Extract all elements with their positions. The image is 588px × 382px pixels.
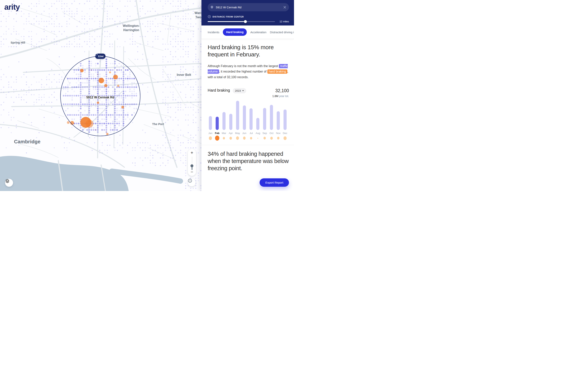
dot-area [215,135,219,141]
bar-area [270,101,273,130]
zoom-slider[interactable] [192,157,192,169]
arity-logo: arity [4,3,20,11]
month-label-mar: Mar [222,132,226,135]
dot-area [230,135,232,141]
export-report-button[interactable]: Export Report [260,178,289,187]
dot-area [209,135,212,141]
hard-braking-dot-jun [243,137,246,140]
chart-column-aug[interactable]: Aug [255,101,261,141]
bar-area [250,101,252,130]
monthly-chart: JanFebMarAprMayJunJulAugSepOctNovDec [208,101,289,141]
month-label-jan: Jan [209,132,212,135]
distance-value: 12 miles [280,20,289,23]
location-pin-icon [210,6,213,9]
traffic-volume-bar-nov [277,111,280,130]
hard-braking-highlight: hard braking [267,69,287,74]
section-divider [201,145,294,145]
insight-body: Although February is not the month with … [208,64,289,80]
chart-column-mar[interactable]: Mar [221,101,227,141]
insight-headline: Hard braking is 15% more frequent in Feb… [208,44,289,58]
traffic-volume-bar-dec [284,109,287,130]
tab-incidents[interactable]: Incidents [208,31,219,34]
chart-column-sep[interactable]: Sep [262,101,267,141]
hard-braking-dot-dec [284,136,287,140]
map-layers-button[interactable] [5,179,13,187]
traffic-volume-bar-may [236,101,239,130]
map-info-button[interactable] [188,179,196,186]
month-label-jul: Jul [250,132,253,135]
info-icon [188,179,192,183]
map-label-ward-two: Ward Two [194,11,202,19]
traffic-volume-bar-feb [216,117,219,130]
chart-column-nov[interactable]: Nov [275,101,281,141]
year-dropdown[interactable]: 2023 [233,88,246,93]
chart-column-may[interactable]: May [235,101,240,141]
traffic-volume-bar-apr [229,114,232,130]
map-center-address-label: 5912 W Cermak Rd [86,96,114,99]
zoom-in-button[interactable]: + [190,150,193,155]
chart-column-oct[interactable]: Oct [269,101,274,141]
zoom-slider-thumb[interactable] [190,164,193,167]
tab-distracted-driving[interactable]: Distracted driving instances [270,31,294,34]
chart-column-dec[interactable]: Dec [282,101,288,141]
secondary-insight-headline: 34% of hard braking happened when the te… [208,150,289,172]
year-total: 1.8M year tot. [272,95,289,98]
chart-column-jan[interactable]: Jan [208,101,213,141]
month-total-value: 32,100 [272,88,289,93]
chart-numbers: 32,100 1.8M year tot. [272,88,289,98]
chart-column-apr[interactable]: Apr [228,101,233,141]
search-input[interactable] [215,5,283,9]
layers-icon [5,179,10,183]
distance-slider[interactable] [208,21,275,22]
clear-search-icon[interactable] [283,6,286,9]
hard-braking-dot-aug [257,138,258,139]
dot-area [243,135,246,141]
dot-area [277,135,279,141]
hard-braking-dot-jul [250,137,252,139]
map-label-wellington-harrington: Wellington- Harrington [123,24,140,32]
hard-braking-dot-nov [277,137,279,139]
tab-hard-braking[interactable]: Hard braking [223,28,247,36]
year-dropdown-value: 2023 [235,89,241,92]
distance-slider-row: 12 miles [208,20,289,23]
map-label-the-port: The Port [152,122,164,126]
hard-braking-dot-jan [209,136,212,140]
address-search-box[interactable] [208,3,289,11]
map-graphics [0,0,202,191]
traffic-volume-bar-aug [256,118,259,130]
body-part-1: Although February is not the month with … [208,64,279,68]
distance-slider-thumb[interactable] [244,20,247,23]
map-canvas[interactable]: arity Spring HillWellington- HarringtonW… [0,0,202,191]
radius-badge[interactable]: 12mi [95,54,105,59]
bar-area [243,101,246,130]
chevron-down-icon [242,90,244,91]
traffic-volume-bar-oct [270,105,273,130]
panel-content: Hard braking is 15% more frequent in Feb… [201,39,294,191]
hard-braking-dot-mar [223,137,225,139]
month-label-aug: Aug [256,132,260,135]
distance-label: DISTANCE FROM CENTER [212,16,244,18]
dot-area [223,135,225,141]
chart-column-jul[interactable]: Jul [248,101,254,141]
chart-title: Hard braking [208,88,230,93]
month-label-dec: Dec [283,132,287,135]
distance-row: DISTANCE FROM CENTER [208,15,289,18]
chart-column-feb[interactable]: Feb [214,101,220,141]
map-label-spring-hill: Spring Hill [11,41,25,44]
bar-area [277,101,280,130]
distance-slider-fill [208,21,245,22]
map-label-inner-belt: Inner Belt [177,73,191,77]
zoom-out-button[interactable]: − [190,170,193,175]
chart-column-jun[interactable]: Jun [242,101,247,141]
dot-area [270,135,273,141]
traffic-volume-bar-jul [250,108,252,130]
category-tabbar: Incidents Hard braking Acceleration Dist… [201,25,294,39]
tab-acceleration[interactable]: Acceleration [250,31,266,34]
insights-panel: DISTANCE FROM CENTER 12 miles Incidents … [201,0,294,191]
hard-braking-dot-sep [263,137,266,139]
dot-area [236,135,239,141]
month-label-oct: Oct [270,132,273,135]
month-label-apr: Apr [229,132,233,135]
traffic-volume-bar-jan [209,116,212,130]
bar-area [236,101,239,130]
